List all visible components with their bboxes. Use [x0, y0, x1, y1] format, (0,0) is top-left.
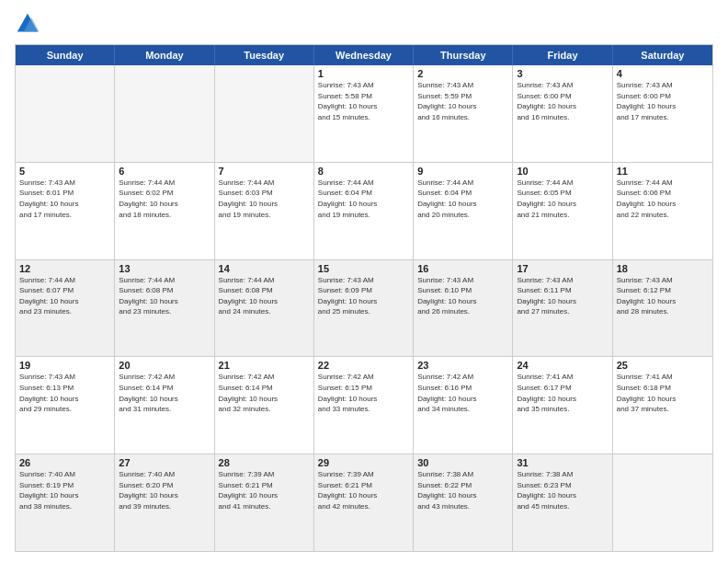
day-info: Sunrise: 7:44 AM Sunset: 6:06 PM Dayligh…: [617, 178, 709, 220]
calendar-cell: 24Sunrise: 7:41 AM Sunset: 6:17 PM Dayli…: [513, 357, 612, 454]
calendar-header-cell: Thursday: [414, 45, 513, 65]
day-number: 6: [119, 166, 210, 177]
day-info: Sunrise: 7:44 AM Sunset: 6:02 PM Dayligh…: [119, 178, 210, 220]
calendar-cell: [215, 65, 314, 162]
calendar-week-row: 5Sunrise: 7:43 AM Sunset: 6:01 PM Daylig…: [16, 163, 712, 260]
calendar-cell: 29Sunrise: 7:39 AM Sunset: 6:21 PM Dayli…: [314, 454, 414, 551]
calendar-week-row: 12Sunrise: 7:44 AM Sunset: 6:07 PM Dayli…: [16, 260, 712, 358]
calendar-cell: 5Sunrise: 7:43 AM Sunset: 6:01 PM Daylig…: [16, 163, 115, 259]
calendar-cell: [115, 65, 214, 162]
page: SundayMondayTuesdayWednesdayThursdayFrid…: [0, 0, 728, 563]
day-number: 19: [19, 360, 110, 371]
day-number: 12: [19, 263, 110, 274]
day-number: 18: [617, 263, 709, 274]
calendar-cell: 31Sunrise: 7:38 AM Sunset: 6:23 PM Dayli…: [513, 454, 612, 551]
calendar-cell: 26Sunrise: 7:40 AM Sunset: 6:19 PM Dayli…: [16, 454, 115, 551]
calendar: SundayMondayTuesdayWednesdayThursdayFrid…: [15, 44, 713, 552]
calendar-cell: [16, 65, 115, 162]
day-number: 22: [318, 360, 409, 371]
calendar-body: 1Sunrise: 7:43 AM Sunset: 5:58 PM Daylig…: [16, 65, 712, 551]
day-number: 21: [219, 360, 310, 371]
calendar-header-cell: Tuesday: [215, 45, 314, 65]
calendar-week-row: 19Sunrise: 7:43 AM Sunset: 6:13 PM Dayli…: [16, 357, 712, 454]
day-info: Sunrise: 7:43 AM Sunset: 5:59 PM Dayligh…: [417, 80, 508, 122]
calendar-cell: 6Sunrise: 7:44 AM Sunset: 6:02 PM Daylig…: [115, 163, 214, 259]
day-info: Sunrise: 7:43 AM Sunset: 6:00 PM Dayligh…: [517, 80, 608, 122]
day-number: 2: [417, 68, 508, 79]
calendar-cell: 25Sunrise: 7:41 AM Sunset: 6:18 PM Dayli…: [613, 357, 712, 454]
day-number: 10: [517, 166, 608, 177]
calendar-header-cell: Friday: [513, 45, 612, 65]
calendar-cell: 7Sunrise: 7:44 AM Sunset: 6:03 PM Daylig…: [215, 163, 314, 259]
calendar-cell: 28Sunrise: 7:39 AM Sunset: 6:21 PM Dayli…: [215, 454, 314, 551]
calendar-cell: 3Sunrise: 7:43 AM Sunset: 6:00 PM Daylig…: [513, 65, 612, 162]
day-number: 30: [417, 457, 508, 468]
calendar-cell: 4Sunrise: 7:43 AM Sunset: 6:00 PM Daylig…: [613, 65, 712, 162]
calendar-cell: 18Sunrise: 7:43 AM Sunset: 6:12 PM Dayli…: [613, 260, 712, 357]
calendar-week-row: 1Sunrise: 7:43 AM Sunset: 5:58 PM Daylig…: [16, 65, 712, 163]
day-info: Sunrise: 7:43 AM Sunset: 6:12 PM Dayligh…: [617, 275, 709, 317]
calendar-cell: 20Sunrise: 7:42 AM Sunset: 6:14 PM Dayli…: [115, 357, 214, 454]
day-info: Sunrise: 7:44 AM Sunset: 6:05 PM Dayligh…: [517, 178, 608, 220]
day-number: 24: [517, 360, 608, 371]
day-info: Sunrise: 7:44 AM Sunset: 6:03 PM Dayligh…: [219, 178, 310, 220]
day-info: Sunrise: 7:44 AM Sunset: 6:07 PM Dayligh…: [19, 275, 110, 317]
day-info: Sunrise: 7:42 AM Sunset: 6:14 PM Dayligh…: [219, 372, 310, 414]
day-info: Sunrise: 7:39 AM Sunset: 6:21 PM Dayligh…: [318, 469, 409, 511]
day-number: 20: [119, 360, 210, 371]
calendar-header-cell: Sunday: [16, 45, 115, 65]
day-info: Sunrise: 7:43 AM Sunset: 6:09 PM Dayligh…: [318, 275, 409, 317]
day-number: 9: [417, 166, 508, 177]
day-info: Sunrise: 7:38 AM Sunset: 6:23 PM Dayligh…: [517, 469, 608, 511]
day-number: 31: [517, 457, 608, 468]
calendar-cell: 14Sunrise: 7:44 AM Sunset: 6:08 PM Dayli…: [215, 260, 314, 357]
day-info: Sunrise: 7:44 AM Sunset: 6:04 PM Dayligh…: [318, 178, 409, 220]
calendar-cell: 10Sunrise: 7:44 AM Sunset: 6:05 PM Dayli…: [513, 163, 612, 259]
day-info: Sunrise: 7:42 AM Sunset: 6:14 PM Dayligh…: [119, 372, 210, 414]
day-info: Sunrise: 7:43 AM Sunset: 6:01 PM Dayligh…: [19, 178, 110, 220]
day-info: Sunrise: 7:43 AM Sunset: 6:11 PM Dayligh…: [517, 275, 608, 317]
logo-icon: [15, 11, 40, 37]
calendar-header-row: SundayMondayTuesdayWednesdayThursdayFrid…: [16, 45, 712, 65]
logo: [15, 11, 44, 37]
day-number: 8: [318, 166, 409, 177]
day-number: 1: [318, 68, 409, 79]
day-info: Sunrise: 7:43 AM Sunset: 6:00 PM Dayligh…: [617, 80, 709, 122]
day-number: 25: [617, 360, 709, 371]
day-info: Sunrise: 7:40 AM Sunset: 6:19 PM Dayligh…: [19, 469, 110, 511]
calendar-cell: 16Sunrise: 7:43 AM Sunset: 6:10 PM Dayli…: [414, 260, 513, 357]
day-number: 17: [517, 263, 608, 274]
day-info: Sunrise: 7:43 AM Sunset: 6:10 PM Dayligh…: [417, 275, 508, 317]
calendar-cell: 19Sunrise: 7:43 AM Sunset: 6:13 PM Dayli…: [16, 357, 115, 454]
calendar-cell: 12Sunrise: 7:44 AM Sunset: 6:07 PM Dayli…: [16, 260, 115, 357]
day-info: Sunrise: 7:41 AM Sunset: 6:18 PM Dayligh…: [617, 372, 709, 414]
day-number: 26: [19, 457, 110, 468]
calendar-header-cell: Saturday: [613, 45, 712, 65]
calendar-cell: 15Sunrise: 7:43 AM Sunset: 6:09 PM Dayli…: [314, 260, 414, 357]
day-number: 27: [119, 457, 210, 468]
calendar-cell: 8Sunrise: 7:44 AM Sunset: 6:04 PM Daylig…: [314, 163, 414, 259]
day-number: 29: [318, 457, 409, 468]
day-info: Sunrise: 7:44 AM Sunset: 6:08 PM Dayligh…: [219, 275, 310, 317]
calendar-cell: 13Sunrise: 7:44 AM Sunset: 6:08 PM Dayli…: [115, 260, 214, 357]
day-info: Sunrise: 7:41 AM Sunset: 6:17 PM Dayligh…: [517, 372, 608, 414]
day-info: Sunrise: 7:42 AM Sunset: 6:15 PM Dayligh…: [318, 372, 409, 414]
header: [15, 11, 713, 37]
calendar-cell: 9Sunrise: 7:44 AM Sunset: 6:04 PM Daylig…: [414, 163, 513, 259]
day-info: Sunrise: 7:44 AM Sunset: 6:08 PM Dayligh…: [119, 275, 210, 317]
day-info: Sunrise: 7:42 AM Sunset: 6:16 PM Dayligh…: [417, 372, 508, 414]
day-number: 28: [219, 457, 310, 468]
calendar-cell: 1Sunrise: 7:43 AM Sunset: 5:58 PM Daylig…: [314, 65, 414, 162]
day-number: 7: [219, 166, 310, 177]
calendar-header-cell: Wednesday: [314, 45, 414, 65]
day-number: 5: [19, 166, 110, 177]
calendar-cell: [613, 454, 712, 551]
day-info: Sunrise: 7:38 AM Sunset: 6:22 PM Dayligh…: [417, 469, 508, 511]
day-number: 15: [318, 263, 409, 274]
calendar-cell: 21Sunrise: 7:42 AM Sunset: 6:14 PM Dayli…: [215, 357, 314, 454]
calendar-cell: 23Sunrise: 7:42 AM Sunset: 6:16 PM Dayli…: [414, 357, 513, 454]
day-info: Sunrise: 7:43 AM Sunset: 5:58 PM Dayligh…: [318, 80, 409, 122]
calendar-cell: 27Sunrise: 7:40 AM Sunset: 6:20 PM Dayli…: [115, 454, 214, 551]
day-info: Sunrise: 7:40 AM Sunset: 6:20 PM Dayligh…: [119, 469, 210, 511]
calendar-cell: 17Sunrise: 7:43 AM Sunset: 6:11 PM Dayli…: [513, 260, 612, 357]
